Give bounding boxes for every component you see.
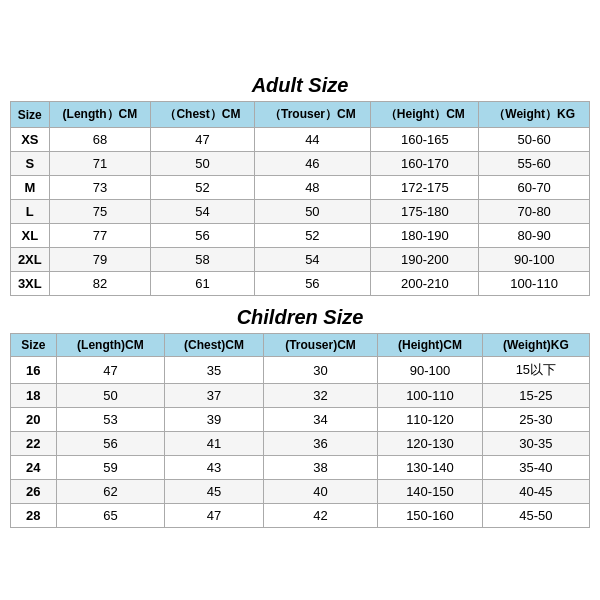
table-cell: 73 xyxy=(49,176,151,200)
table-cell: 172-175 xyxy=(371,176,479,200)
table-cell: 54 xyxy=(254,248,371,272)
table-cell: 30-35 xyxy=(482,432,589,456)
table-cell: 55-60 xyxy=(479,152,590,176)
table-cell: M xyxy=(11,176,50,200)
table-cell: 44 xyxy=(254,128,371,152)
table-cell: 28 xyxy=(11,504,57,528)
table-cell: 50 xyxy=(151,152,254,176)
table-row: S715046160-17055-60 xyxy=(11,152,590,176)
table-cell: 140-150 xyxy=(378,480,483,504)
table-cell: 70-80 xyxy=(479,200,590,224)
table-cell: 80-90 xyxy=(479,224,590,248)
table-cell: 35 xyxy=(165,357,264,384)
table-cell: 175-180 xyxy=(371,200,479,224)
table-cell: 47 xyxy=(56,357,164,384)
adult-col-header: （Height）CM xyxy=(371,102,479,128)
table-cell: 56 xyxy=(151,224,254,248)
table-row: XL775652180-19080-90 xyxy=(11,224,590,248)
table-cell: 53 xyxy=(56,408,164,432)
table-cell: 52 xyxy=(151,176,254,200)
table-cell: 39 xyxy=(165,408,264,432)
table-cell: 2XL xyxy=(11,248,50,272)
table-cell: 150-160 xyxy=(378,504,483,528)
table-cell: 25-30 xyxy=(482,408,589,432)
table-cell: 40 xyxy=(263,480,377,504)
table-cell: 18 xyxy=(11,384,57,408)
table-cell: 42 xyxy=(263,504,377,528)
table-cell: 56 xyxy=(56,432,164,456)
table-cell: 32 xyxy=(263,384,377,408)
table-cell: 15-25 xyxy=(482,384,589,408)
table-cell: 65 xyxy=(56,504,164,528)
children-size-table: Size(Length)CM(Chest)CM(Trouser)CM(Heigh… xyxy=(10,333,590,528)
table-row: L755450175-18070-80 xyxy=(11,200,590,224)
table-cell: 190-200 xyxy=(371,248,479,272)
table-cell: 62 xyxy=(56,480,164,504)
adult-size-table: Size(Length）CM（Chest）CM（Trouser）CM（Heigh… xyxy=(10,101,590,296)
table-cell: 61 xyxy=(151,272,254,296)
table-cell: 47 xyxy=(165,504,264,528)
table-row: 28654742150-16045-50 xyxy=(11,504,590,528)
table-cell: 36 xyxy=(263,432,377,456)
table-cell: 46 xyxy=(254,152,371,176)
table-cell: 82 xyxy=(49,272,151,296)
table-cell: 30 xyxy=(263,357,377,384)
table-cell: 15以下 xyxy=(482,357,589,384)
size-chart: Adult Size Size(Length）CM（Chest）CM（Trous… xyxy=(10,68,590,532)
table-cell: 45-50 xyxy=(482,504,589,528)
table-row: 20533934110-12025-30 xyxy=(11,408,590,432)
adult-col-header: Size xyxy=(11,102,50,128)
table-cell: 20 xyxy=(11,408,57,432)
table-cell: 35-40 xyxy=(482,456,589,480)
table-cell: 47 xyxy=(151,128,254,152)
table-cell: 100-110 xyxy=(378,384,483,408)
table-cell: 54 xyxy=(151,200,254,224)
children-col-header: (Height)CM xyxy=(378,334,483,357)
table-row: 22564136120-13030-35 xyxy=(11,432,590,456)
table-cell: 90-100 xyxy=(378,357,483,384)
table-cell: 3XL xyxy=(11,272,50,296)
table-cell: 43 xyxy=(165,456,264,480)
children-col-header: (Weight)KG xyxy=(482,334,589,357)
table-cell: 34 xyxy=(263,408,377,432)
table-cell: 160-165 xyxy=(371,128,479,152)
table-row: 26624540140-15040-45 xyxy=(11,480,590,504)
table-row: 24594338130-14035-40 xyxy=(11,456,590,480)
table-cell: L xyxy=(11,200,50,224)
children-col-header: (Length)CM xyxy=(56,334,164,357)
table-cell: 130-140 xyxy=(378,456,483,480)
table-cell: XL xyxy=(11,224,50,248)
table-cell: 26 xyxy=(11,480,57,504)
table-cell: 50 xyxy=(254,200,371,224)
table-cell: 110-120 xyxy=(378,408,483,432)
table-cell: 60-70 xyxy=(479,176,590,200)
adult-col-header: （Chest）CM xyxy=(151,102,254,128)
table-cell: 22 xyxy=(11,432,57,456)
table-cell: 68 xyxy=(49,128,151,152)
table-cell: S xyxy=(11,152,50,176)
table-cell: 41 xyxy=(165,432,264,456)
adult-col-header: （Trouser）CM xyxy=(254,102,371,128)
table-row: M735248172-17560-70 xyxy=(11,176,590,200)
table-cell: 58 xyxy=(151,248,254,272)
table-cell: 50-60 xyxy=(479,128,590,152)
adult-col-header: (Length）CM xyxy=(49,102,151,128)
table-cell: 90-100 xyxy=(479,248,590,272)
children-col-header: (Trouser)CM xyxy=(263,334,377,357)
table-cell: 45 xyxy=(165,480,264,504)
table-cell: 16 xyxy=(11,357,57,384)
table-row: 3XL826156200-210100-110 xyxy=(11,272,590,296)
table-cell: 75 xyxy=(49,200,151,224)
table-cell: 77 xyxy=(49,224,151,248)
table-cell: 48 xyxy=(254,176,371,200)
children-col-header: (Chest)CM xyxy=(165,334,264,357)
children-size-title: Children Size xyxy=(10,300,590,333)
table-cell: 40-45 xyxy=(482,480,589,504)
table-row: 2XL795854190-20090-100 xyxy=(11,248,590,272)
adult-col-header: （Weight）KG xyxy=(479,102,590,128)
table-cell: 100-110 xyxy=(479,272,590,296)
children-col-header: Size xyxy=(11,334,57,357)
table-cell: 56 xyxy=(254,272,371,296)
table-cell: 120-130 xyxy=(378,432,483,456)
table-cell: 180-190 xyxy=(371,224,479,248)
